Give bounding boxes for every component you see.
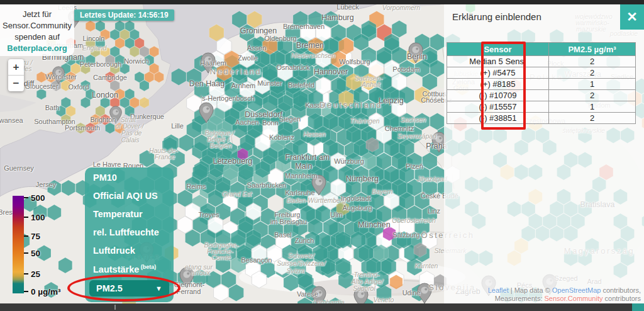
sensor-cell: (+) #5475 <box>447 67 549 79</box>
layer-select-pm25[interactable]: PM2.5 ▼ <box>89 280 169 297</box>
layer-menu-item-pm10[interactable]: PM10 <box>85 167 174 186</box>
hex-cell[interactable] <box>154 72 164 82</box>
layer-menu-item-official-aqi-us[interactable]: Official AQI US <box>85 186 174 204</box>
attribution-text: contributors <box>602 295 641 302</box>
sensor-cell: Median 5 Sens. <box>447 56 549 67</box>
layer-menu: PM10Official AQI USTemperaturrel. Luftfe… <box>85 167 174 302</box>
hex-cell[interactable] <box>193 269 208 286</box>
hex-cell[interactable] <box>62 180 75 196</box>
sensor-cell: (+) #8185 <box>447 79 549 90</box>
sensor-cell: (-) #10709 <box>447 90 549 101</box>
bottom-chrome-bar <box>0 303 644 311</box>
hex-cell[interactable] <box>36 72 46 82</box>
value-cell: 1 <box>549 101 636 113</box>
attribution-text: Measurements: <box>495 295 545 302</box>
hex-cell[interactable] <box>115 123 125 133</box>
hex-cell[interactable] <box>36 89 46 99</box>
hex-cell[interactable] <box>120 63 130 74</box>
sensor-community-link[interactable]: Sensor.Community <box>545 295 603 302</box>
value-cell: 2 <box>549 56 636 67</box>
hex-cell[interactable] <box>86 21 95 31</box>
hex-cell[interactable] <box>140 97 149 108</box>
value-cell: 2 <box>549 90 636 101</box>
layer-menu-item-lautst-rke[interactable]: Lautstärke (beta) <box>85 259 174 277</box>
explanation-panel: Erklärung einblenden ✕ Sensor PM2.5 µg/m… <box>444 4 644 303</box>
last-update-badge: Letztes Update: 14:56:19 <box>74 9 174 21</box>
zoom-out-button[interactable]: − <box>8 76 24 91</box>
hex-cell[interactable] <box>61 80 70 91</box>
hex-cell[interactable] <box>80 63 90 74</box>
hex-cell[interactable] <box>47 205 61 220</box>
hex-cell[interactable] <box>58 257 72 273</box>
layer-select-label: PM2.5 <box>96 283 123 293</box>
table-row: Median 5 Sens.2 <box>447 56 636 67</box>
sensor-community-map-app: LeedsHullLincolnNottinghamEnglandBirming… <box>0 0 644 311</box>
osm-link[interactable]: OpenStreetMap <box>552 286 601 294</box>
bottom-bar-accent <box>632 303 644 311</box>
donation-line: Jetzt für <box>0 9 74 20</box>
table-row: (-) #107092 <box>447 90 636 101</box>
layer-menu-item-rel-luftfeuchte[interactable]: rel. Luftfeuchte <box>85 222 174 240</box>
table-row: (-) #155571 <box>447 101 636 113</box>
donation-line: spenden auf <box>0 31 74 43</box>
hex-cell[interactable] <box>86 123 95 133</box>
leaflet-link[interactable]: Leaflet <box>488 286 509 294</box>
hex-cell[interactable] <box>37 245 51 261</box>
value-cell: 2 <box>549 113 636 124</box>
top-chrome-bar <box>0 0 644 4</box>
hex-cell[interactable] <box>125 106 135 116</box>
hex-cell[interactable] <box>61 114 70 125</box>
sensor-table: Sensor PM2.5 µg/m³ Median 5 Sens.2(+) #5… <box>447 42 636 124</box>
table-row: (-) #388512 <box>447 113 636 124</box>
hex-cell[interactable] <box>80 97 90 108</box>
table-row: (+) #81851 <box>447 79 636 90</box>
donation-box: Jetzt für Sensor.Community spenden auf B… <box>0 4 74 56</box>
bottom-bar-tick <box>114 305 116 310</box>
map-zoom-control: + − <box>8 59 24 91</box>
hex-cell[interactable] <box>140 80 149 91</box>
layer-menu-item-luftdruck[interactable]: Luftdruck <box>85 240 174 259</box>
value-cell: 2 <box>549 67 636 79</box>
hex-cell[interactable] <box>130 46 139 57</box>
hex-cell[interactable] <box>76 123 86 133</box>
sensor-table-header: PM2.5 µg/m³ <box>549 43 636 56</box>
sensor-cell: (-) #38851 <box>447 113 549 124</box>
attribution-text: contributors, <box>601 286 641 294</box>
value-cell: 1 <box>549 79 636 90</box>
map-attribution: Leaflet | Map data © OpenStreetMap contr… <box>488 286 641 302</box>
table-row: (+) #54752 <box>447 67 636 79</box>
explanation-toggle[interactable]: Erklärung einblenden <box>452 11 541 22</box>
chevron-down-icon: ▼ <box>155 280 162 297</box>
donation-line: Sensor.Community <box>0 20 74 31</box>
sensor-cell: (-) #15557 <box>447 101 549 113</box>
sensor-table-header: Sensor <box>447 43 549 56</box>
hex-cell[interactable] <box>44 282 58 298</box>
hex-cell[interactable] <box>16 233 30 249</box>
attribution-text: | Map data © <box>509 286 552 294</box>
betterplace-link[interactable]: Betterplace.org <box>0 43 74 54</box>
layer-menu-items: PM10Official AQI USTemperaturrel. Luftfe… <box>85 167 174 277</box>
zoom-in-button[interactable]: + <box>8 59 24 75</box>
hex-cell[interactable] <box>105 123 114 133</box>
close-icon[interactable]: ✕ <box>620 4 644 30</box>
layer-menu-item-temperatur[interactable]: Temperatur <box>85 204 174 222</box>
